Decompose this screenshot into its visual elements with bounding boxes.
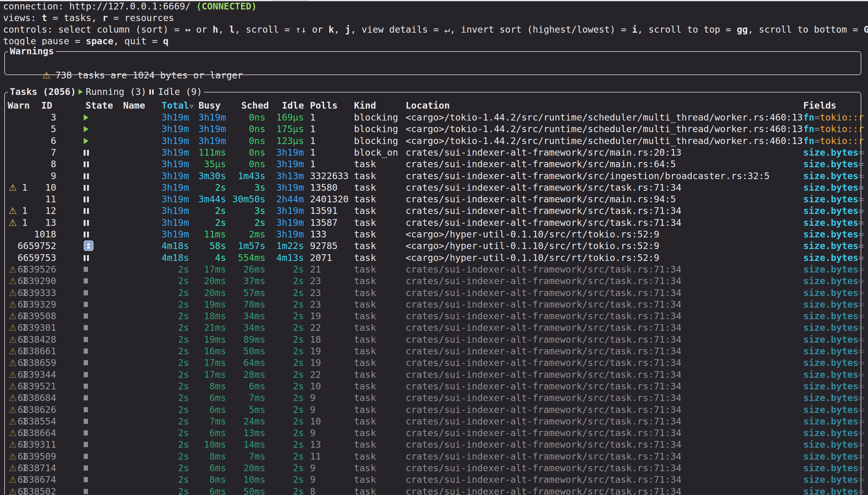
polls-cell: 1	[310, 158, 316, 170]
task-row[interactable]: ⚠168386262s6ms5ms2s9taskcrates/sui-index…	[5, 404, 866, 416]
kind-cell: task	[354, 322, 376, 334]
task-row[interactable]: 113h19m3m44s30m50s2h44m2401320taskcrates…	[5, 193, 866, 205]
kind-cell: task	[354, 474, 376, 485]
polls-cell: 22	[310, 322, 321, 334]
field-equals: =	[858, 205, 864, 216]
task-row[interactable]: ⚠168386742s8ms10ms2s9taskcrates/sui-inde…	[5, 474, 866, 485]
busy-cell: 17ms	[186, 369, 226, 380]
location-cell: crates/sui-indexer-alt-framework/src/tas…	[405, 486, 681, 495]
kind-cell: blocking	[354, 123, 398, 135]
task-row[interactable]: ⚠168395262s17ms26ms2s21taskcrates/sui-in…	[5, 264, 866, 275]
task-row[interactable]: ⚠1133h19m2s2s3h19m13587taskcrates/sui-in…	[5, 217, 866, 228]
field-equals: =	[858, 357, 864, 368]
fields-cell: size.bytes=	[803, 252, 864, 264]
help-key: gg	[737, 24, 748, 35]
task-id: 13	[14, 217, 56, 228]
idle-cell: 1m22s	[264, 240, 304, 252]
fields-cell: size.bytes=	[803, 369, 864, 380]
task-row[interactable]: 63h19m3h19m0ns123µs1blocking<cargo>/toki…	[5, 135, 866, 147]
field-equals: =	[858, 381, 864, 392]
task-row[interactable]: ⚠168386842s6ms7ms2s9taskcrates/sui-index…	[5, 392, 866, 404]
help-key: k	[329, 24, 334, 35]
help-text: toggle pause =	[3, 36, 86, 46]
total-cell: 2s	[149, 392, 189, 404]
location-cell: crates/sui-indexer-alt-framework/src/tas…	[405, 439, 681, 450]
fields-cell: size.bytes=	[803, 228, 864, 240]
location-cell: crates/sui-indexer-alt-framework/src/tas…	[405, 322, 681, 334]
task-row[interactable]: ⚠168392902s20ms37ms2s23taskcrates/sui-in…	[5, 275, 866, 287]
task-row[interactable]: ⚠168386612s16ms50ms2s19taskcrates/sui-in…	[5, 345, 866, 357]
polls-cell: 8	[310, 486, 316, 495]
task-row[interactable]: ⚠168393442s17ms28ms2s22taskcrates/sui-in…	[5, 369, 866, 380]
field-key: size.bytes	[803, 252, 858, 263]
field-key: size.bytes	[803, 474, 858, 485]
task-row[interactable]: 73h19m111ms0ns3h19m1block_oncrates/sui-i…	[5, 147, 866, 158]
task-row[interactable]: ⚠168393012s21ms34ms2s22taskcrates/sui-in…	[5, 322, 866, 334]
task-id: 6	[14, 135, 56, 147]
help-line: views: t = tasks, r = resources	[3, 12, 174, 24]
task-row[interactable]: ⚠168387142s6ms20ms2s9taskcrates/sui-inde…	[5, 462, 866, 474]
busy-cell: 2s	[186, 217, 226, 228]
field-equals: =	[858, 404, 864, 415]
task-id: 7	[14, 147, 56, 158]
task-row[interactable]: ⚠168384282s19ms89ms2s18taskcrates/sui-in…	[5, 334, 866, 345]
task-row[interactable]: ⚠168395092s8ms7ms2s11taskcrates/sui-inde…	[5, 451, 866, 462]
task-row[interactable]: 93h19m3m30s1m43s3h13m3322633taskcrates/s…	[5, 170, 866, 182]
fields-cell: size.bytes=	[803, 357, 864, 369]
task-row[interactable]: ⚠1123h19m2s3s3h19m13591taskcrates/sui-in…	[5, 205, 866, 217]
task-row[interactable]: ⚠168386592s17ms64ms2s19taskcrates/sui-in…	[5, 357, 866, 369]
total-cell: 2s	[149, 416, 189, 427]
field-value: tokio::r	[820, 124, 864, 134]
idle-cell: 2s	[264, 287, 304, 299]
fields-cell: fn=tokio::r	[803, 112, 864, 123]
field-key: size.bytes	[803, 194, 858, 204]
field-key: size.bytes	[803, 357, 858, 368]
field-equals: =	[858, 171, 864, 181]
task-row[interactable]: ⚠168395082s18ms34ms2s19taskcrates/sui-in…	[5, 310, 866, 322]
total-cell: 2s	[149, 439, 189, 450]
sched-cell: 3s	[226, 182, 265, 193]
task-row[interactable]: 10183h19m11ms2ms3h19m133task<cargo>/hype…	[5, 228, 866, 240]
idle-cell: 2s	[264, 486, 304, 495]
task-id: 6839329	[14, 299, 56, 310]
task-row[interactable]: ⚠1103h19m2s3s3h19m13580taskcrates/sui-in…	[5, 182, 866, 193]
task-row[interactable]: 53h19m3h19m0ns175µs1blocking<cargo>/toki…	[5, 123, 866, 135]
task-row[interactable]: ⚠168393292s19ms78ms2s23taskcrates/sui-in…	[5, 299, 866, 310]
field-equals: =	[858, 217, 864, 228]
help-key: (CONNECTED)	[196, 1, 257, 12]
task-row[interactable]: ⚠168395212s8ms6ms2s10taskcrates/sui-inde…	[5, 380, 866, 392]
task-row[interactable]: 83h19m35µs0ns3h19m1taskcrates/sui-indexe…	[5, 158, 866, 170]
task-row[interactable]: ⚠168385022s6ms50ms2s8taskcrates/sui-inde…	[5, 486, 866, 495]
task-id: 6838659	[14, 357, 56, 369]
kind-cell: task	[354, 310, 376, 322]
busy-cell: 6ms	[186, 392, 226, 404]
terminal-screen: connection: http://127.0.0.1:6669/ (CONN…	[0, 0, 868, 495]
field-equals: =	[858, 451, 864, 462]
polls-cell: 1	[310, 123, 316, 135]
sched-cell: 7ms	[226, 451, 265, 462]
task-row[interactable]: 66597524m18s58s1m57s1m22s92785task<cargo…	[5, 240, 866, 252]
sched-cell: 3s	[226, 205, 265, 217]
completed-state-icon	[84, 348, 88, 354]
fields-cell: size.bytes=	[803, 451, 864, 462]
task-row[interactable]: ⚠168385542s7ms24ms2s10taskcrates/sui-ind…	[5, 416, 866, 427]
help-text: , scroll to top =	[637, 24, 737, 35]
completed-state-icon	[84, 360, 88, 365]
scheduled-state-icon	[84, 240, 94, 251]
kind-cell: task	[354, 380, 376, 392]
task-row[interactable]: ⚠168386642s6ms13ms2s9taskcrates/sui-inde…	[5, 427, 866, 439]
location-cell: crates/sui-indexer-alt-framework/src/tas…	[405, 357, 681, 369]
idle-cell: 2s	[264, 345, 304, 357]
total-cell: 2s	[149, 357, 189, 369]
total-cell: 3h19m	[149, 170, 189, 182]
task-row[interactable]: ⚠168393112s10ms14ms2s13taskcrates/sui-in…	[5, 439, 866, 450]
task-row[interactable]: ⚠168393332s20ms57ms2s23taskcrates/sui-in…	[5, 287, 866, 299]
location-cell: crates/sui-indexer-alt-framework/src/tas…	[405, 275, 681, 287]
tasks-panel: Tasks (2056) Running (3) Idle (9) Warn I…	[4, 92, 861, 495]
polls-cell: 13	[310, 439, 321, 450]
task-row[interactable]: 66597534m18s4s554ms4m13s2071task<cargo>/…	[5, 252, 866, 264]
sched-cell: 20ms	[226, 462, 265, 474]
field-key: fn	[803, 112, 814, 123]
kind-cell: task	[354, 416, 376, 427]
task-row[interactable]: 33h19m3h19m0ns169µs1blocking<cargo>/toki…	[5, 112, 866, 123]
